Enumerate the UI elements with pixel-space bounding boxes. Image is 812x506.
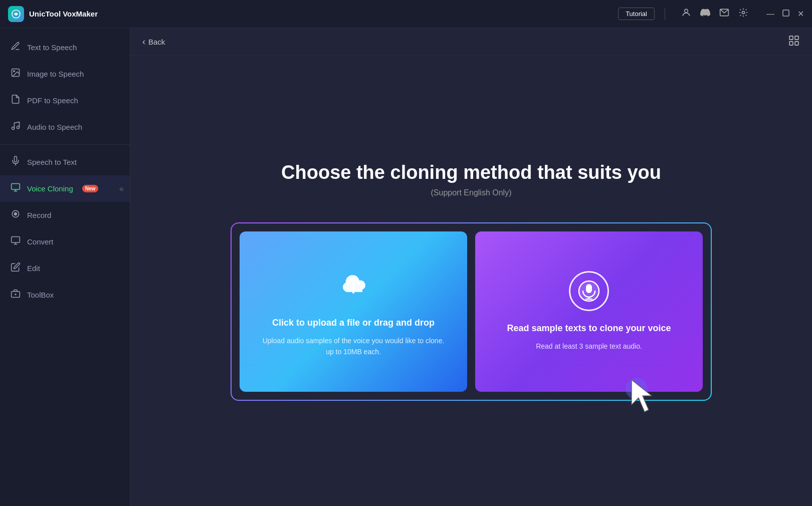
title-icons xyxy=(681,8,748,20)
record-card[interactable]: Read sample texts to clone your voice Re… xyxy=(475,231,703,392)
upload-card-title: Click to upload a file or drag and drop xyxy=(272,318,435,328)
svg-rect-19 xyxy=(789,36,793,40)
sidebar-label-audio-to-speech: Audio to Speech xyxy=(27,123,82,131)
text-to-speech-icon xyxy=(10,41,21,54)
title-bar-controls: Tutorial xyxy=(618,8,804,20)
app-title: UnicTool VoxMaker xyxy=(29,10,98,18)
sidebar-label-voice-cloning: Voice Cloning xyxy=(27,184,73,193)
voice-cloning-icon xyxy=(10,182,21,195)
audio-to-speech-icon xyxy=(10,121,21,133)
close-button[interactable]: ✕ xyxy=(797,10,804,18)
sidebar-label-edit: Edit xyxy=(27,264,40,273)
sidebar-item-convert[interactable]: Convert xyxy=(0,228,130,255)
main-content: ‹ Back Choose the cloning method that su… xyxy=(130,28,812,506)
record-icon xyxy=(10,209,21,221)
back-arrow-icon: ‹ xyxy=(142,37,145,47)
image-to-speech-icon xyxy=(10,68,21,80)
sidebar-label-toolbox: ToolBox xyxy=(27,291,54,299)
app-logo: UnicTool VoxMaker xyxy=(8,6,98,22)
page-heading: Choose the cloning method that suits you xyxy=(281,162,661,183)
center-area: Choose the cloning method that suits you… xyxy=(130,56,812,506)
sidebar-label-text-to-speech: Text to Speech xyxy=(27,43,77,52)
tutorial-button[interactable]: Tutorial xyxy=(618,8,655,20)
collapse-icon[interactable]: « xyxy=(119,184,124,193)
record-card-title: Read sample texts to clone your voice xyxy=(507,323,671,334)
upload-icon xyxy=(333,266,373,306)
sidebar-item-text-to-speech[interactable]: Text to Speech xyxy=(0,34,130,61)
svg-rect-24 xyxy=(586,284,592,293)
cursor-overlay xyxy=(623,375,663,422)
sidebar-divider xyxy=(0,144,130,145)
upload-card[interactable]: Click to upload a file or drag and drop … xyxy=(240,231,467,392)
sidebar-item-audio-to-speech[interactable]: Audio to Speech xyxy=(0,114,130,140)
sidebar-item-pdf-to-speech[interactable]: PDF to Speech xyxy=(0,87,130,114)
sidebar-label-image-to-speech: Image to Speech xyxy=(27,70,84,78)
mail-icon[interactable] xyxy=(719,8,729,20)
new-badge: New xyxy=(82,185,99,192)
svg-point-12 xyxy=(15,213,17,215)
svg-rect-13 xyxy=(12,237,20,243)
top-bar: ‹ Back xyxy=(130,28,812,56)
toolbox-icon xyxy=(10,289,21,301)
discord-icon[interactable] xyxy=(700,8,710,20)
page-subheading: (Support English Only) xyxy=(431,188,512,197)
svg-point-6 xyxy=(14,71,15,72)
sidebar-item-voice-cloning[interactable]: Voice Cloning New « xyxy=(0,175,130,202)
sidebar-item-speech-to-text[interactable]: Speech to Text xyxy=(0,149,130,175)
sidebar-item-record[interactable]: Record xyxy=(0,202,130,228)
back-label: Back xyxy=(148,38,165,46)
pdf-to-speech-icon xyxy=(10,94,21,107)
top-right-tool-icon[interactable] xyxy=(788,35,800,50)
svg-point-1 xyxy=(685,9,688,13)
svg-point-8 xyxy=(17,126,20,129)
sidebar-label-pdf-to-speech: PDF to Speech xyxy=(27,96,78,105)
record-card-desc: Read at least 3 sample text audio. xyxy=(536,341,642,352)
app-body: Text to Speech Image to Speech PDF to Sp… xyxy=(0,28,812,506)
back-button[interactable]: ‹ Back xyxy=(142,37,165,47)
sidebar-item-toolbox[interactable]: ToolBox xyxy=(0,282,130,308)
mic-icon xyxy=(569,271,609,311)
user-icon[interactable] xyxy=(681,8,691,20)
sidebar-label-convert: Convert xyxy=(27,237,54,246)
maximize-button[interactable] xyxy=(782,10,789,18)
title-bar: UnicTool VoxMaker Tutorial xyxy=(0,0,812,28)
minimize-button[interactable]: — xyxy=(766,10,774,18)
svg-rect-21 xyxy=(789,42,793,45)
sidebar-item-image-to-speech[interactable]: Image to Speech xyxy=(0,61,130,87)
svg-point-27 xyxy=(626,378,648,400)
speech-to-text-icon xyxy=(10,156,21,168)
svg-rect-10 xyxy=(12,184,20,190)
logo-icon xyxy=(8,6,24,22)
svg-rect-20 xyxy=(795,36,798,40)
gear-icon[interactable] xyxy=(738,8,748,20)
edit-icon xyxy=(10,262,21,275)
sidebar-item-edit[interactable]: Edit xyxy=(0,255,130,282)
svg-point-7 xyxy=(12,127,15,130)
svg-rect-22 xyxy=(795,42,798,45)
upload-card-desc: Upload audio samples of the voice you wo… xyxy=(260,335,447,358)
sidebar-label-speech-to-text: Speech to Text xyxy=(27,158,77,166)
window-controls: — ✕ xyxy=(766,10,804,18)
cards-container: Click to upload a file or drag and drop … xyxy=(231,222,712,401)
convert-icon xyxy=(10,235,21,248)
svg-point-3 xyxy=(742,12,745,14)
sidebar-label-record: Record xyxy=(27,211,51,219)
svg-rect-4 xyxy=(783,10,789,16)
sidebar: Text to Speech Image to Speech PDF to Sp… xyxy=(0,28,130,506)
